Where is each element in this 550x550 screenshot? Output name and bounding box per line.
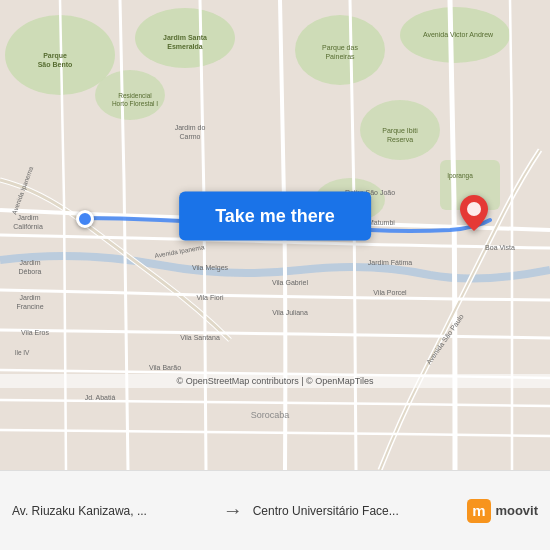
map-attribution: © OpenStreetMap contributors | © OpenMap… [0,374,550,388]
moovit-logo-icon: m [467,499,491,523]
svg-text:lle IV: lle IV [15,349,30,356]
footer: Av. Riuzaku Kanizawa, ... → Centro Unive… [0,470,550,550]
svg-text:Boa Vista: Boa Vista [485,244,515,251]
svg-text:Esmeralda: Esmeralda [167,43,203,50]
svg-text:Reserva: Reserva [387,136,413,143]
moovit-logo-text: moovit [495,503,538,518]
svg-text:Vila Fiori: Vila Fiori [196,294,224,301]
to-section: Centro Universitário Face... [253,504,454,518]
svg-text:Francine: Francine [16,303,43,310]
svg-text:Carmo: Carmo [179,133,200,140]
svg-text:Jd. Abatiá: Jd. Abatiá [85,394,116,401]
svg-text:Vila Barão: Vila Barão [149,364,181,371]
from-value: Av. Riuzaku Kanizawa, ... [12,504,213,518]
take-me-there-button[interactable]: Take me there [179,192,371,241]
svg-text:Califórnia: Califórnia [13,223,43,230]
map-container: Parque São Bento Jardim Santa Esmeralda … [0,0,550,470]
svg-text:Jardim: Jardim [19,294,40,301]
arrow-icon: → [223,499,243,522]
svg-text:Jardim Fátima: Jardim Fátima [368,259,412,266]
svg-text:Jardim do: Jardim do [175,124,206,131]
svg-text:m: m [473,502,486,519]
svg-text:São Bento: São Bento [38,61,73,68]
to-value: Centro Universitário Face... [253,504,454,518]
svg-text:Vila Melges: Vila Melges [192,264,229,272]
svg-text:Vila Santana: Vila Santana [180,334,220,341]
svg-text:Jardim: Jardim [17,214,38,221]
from-section: Av. Riuzaku Kanizawa, ... [12,504,213,518]
svg-text:Débora: Débora [19,268,42,275]
origin-marker [76,210,94,228]
svg-text:Paineiras: Paineiras [325,53,355,60]
svg-text:Jardim: Jardim [19,259,40,266]
svg-text:Jardim Santa: Jardim Santa [163,34,207,41]
svg-point-47 [467,202,481,216]
svg-text:Parque das: Parque das [322,44,358,52]
moovit-logo: m moovit [467,499,538,523]
svg-text:Residencial: Residencial [118,92,152,99]
svg-text:Avenida Victor Andrew: Avenida Victor Andrew [423,31,494,38]
svg-text:Vila Juliana: Vila Juliana [272,309,308,316]
destination-marker [460,195,488,235]
svg-text:Iporanga: Iporanga [447,172,473,180]
svg-text:Parque: Parque [43,52,67,60]
svg-text:Vila Gabriel: Vila Gabriel [272,279,309,286]
svg-text:Vila Porcel: Vila Porcel [373,289,407,296]
svg-text:Horto Florestal I: Horto Florestal I [112,100,158,107]
svg-text:Sorocaba: Sorocaba [251,410,290,420]
svg-text:Vila Eros: Vila Eros [21,329,49,336]
svg-text:Parque Ibiti: Parque Ibiti [382,127,418,135]
